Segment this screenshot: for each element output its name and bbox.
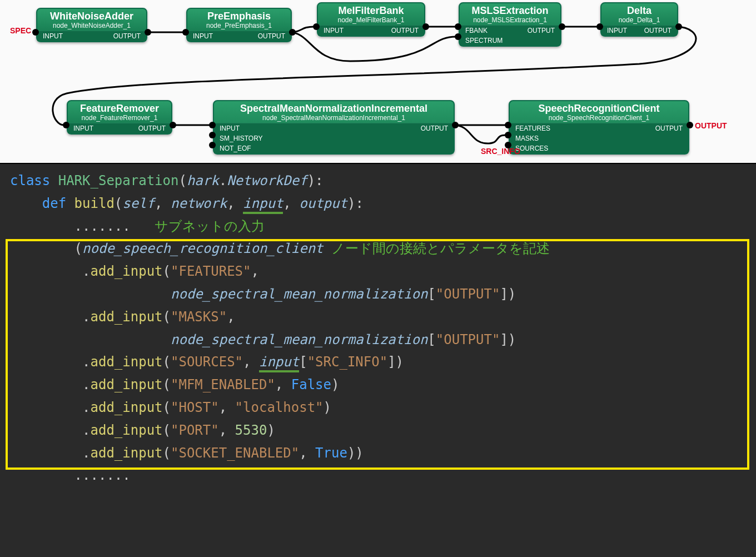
- node-featureremover[interactable]: FeatureRemovernode_FeatureRemover_1 INPU…: [67, 100, 172, 135]
- node-whitenoiseadder[interactable]: WhiteNoiseAddernode_WhiteNoiseAdder_1 IN…: [36, 8, 147, 42]
- port-dot[interactable]: [63, 122, 69, 128]
- highlight-box: [6, 239, 749, 470]
- external-output: OUTPUT: [695, 121, 727, 130]
- node-melfilterbank[interactable]: MelFilterBanknode_MelFilterBank_1 INPUTO…: [317, 2, 425, 37]
- node-delta[interactable]: Deltanode_Delta_1 INPUTOUTPUT: [600, 2, 678, 37]
- port-dot[interactable]: [313, 23, 320, 30]
- node-preemphasis[interactable]: PreEmphasisnode_PreEmphasis_1 INPUTOUTPU…: [186, 8, 292, 42]
- port-dot[interactable]: [505, 132, 511, 138]
- port-dot[interactable]: [559, 23, 565, 30]
- port-dot[interactable]: [209, 142, 216, 148]
- port-dot[interactable]: [455, 33, 461, 40]
- external-input-spec: SPEC: [10, 26, 31, 35]
- code-editor: class HARK_Separation(hark.NetworkDef): …: [0, 164, 756, 557]
- node-speechrecognitionclient[interactable]: SpeechRecognitionClientnode_SpeechRecogn…: [509, 100, 689, 155]
- port-dot[interactable]: [455, 23, 461, 30]
- port-dot[interactable]: [32, 29, 39, 36]
- code-line: def build(self, network, input, output):: [0, 192, 756, 215]
- port-dot[interactable]: [687, 122, 693, 128]
- annotation-subnet-input: サブネットの入力: [155, 218, 265, 233]
- port-dot[interactable]: [505, 142, 511, 148]
- port-dot[interactable]: [452, 122, 459, 128]
- port-dot[interactable]: [289, 29, 296, 36]
- port-dot[interactable]: [505, 122, 511, 128]
- port-dot[interactable]: [145, 29, 151, 36]
- node-mslsextraction[interactable]: MSLSExtractionnode_MSLSExtraction_1 FBAN…: [459, 2, 561, 47]
- port-dot[interactable]: [422, 23, 429, 30]
- port-dot[interactable]: [170, 122, 176, 128]
- port-dot[interactable]: [209, 132, 216, 138]
- code-line: ....... サブネットの入力: [0, 215, 756, 238]
- node-spectralmeannormalization[interactable]: SpectralMeanNormalizationIncrementalnode…: [213, 100, 455, 155]
- port-dot[interactable]: [182, 29, 189, 36]
- code-line: class HARK_Separation(hark.NetworkDef):: [0, 170, 756, 192]
- port-dot[interactable]: [596, 23, 603, 30]
- port-dot[interactable]: [675, 23, 682, 30]
- port-dot[interactable]: [209, 122, 216, 128]
- node-diagram: SPEC SRC_INFO OUTPUT WhiteNoiseAddernode…: [0, 0, 756, 164]
- external-src-info: SRC_INFO: [481, 147, 520, 156]
